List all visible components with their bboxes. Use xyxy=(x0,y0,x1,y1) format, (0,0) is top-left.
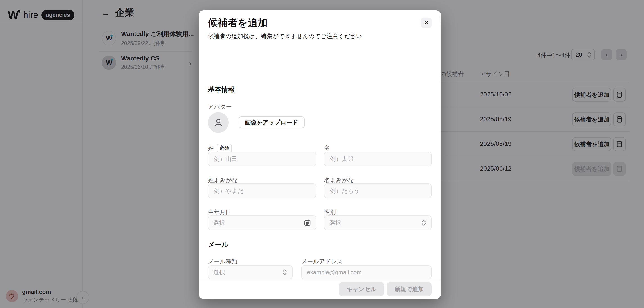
selector-chevrons-icon xyxy=(421,219,426,226)
gender-label: 性別 xyxy=(324,208,336,216)
submit-button[interactable]: 新規で追加 xyxy=(387,282,432,296)
add-candidate-modal: 候補者を追加 ✕ 候補者の追加後は、編集ができませんのでご注意ください 基本情報… xyxy=(199,10,441,299)
selector-chevrons-icon xyxy=(282,269,287,276)
app-root: W hire agencies ウ gmail.com ウォンテッドリー 太郎 … xyxy=(0,0,644,308)
modal-subtitle: 候補者の追加後は、編集ができませんのでご注意ください xyxy=(208,32,362,40)
email-type-select[interactable]: 選択 xyxy=(208,265,292,279)
last-kana-label: 姓よみがな xyxy=(208,176,238,184)
gender-select[interactable]: 選択 xyxy=(324,215,432,230)
cancel-button[interactable]: キャンセル xyxy=(339,282,384,296)
modal-body: 基本情報 アバター 画像をアップロード 姓必須 名 姓よみがな 名よみがな 生年… xyxy=(199,44,441,279)
email-type-label: メール種類 xyxy=(208,258,238,266)
modal-title: 候補者を追加 xyxy=(208,16,268,29)
person-icon xyxy=(213,118,223,127)
last-name-input[interactable] xyxy=(208,152,316,166)
email-address-input[interactable] xyxy=(301,265,432,279)
section-heading-email: メール xyxy=(208,240,228,249)
birthday-label: 生年月日 xyxy=(208,208,231,216)
modal-footer: キャンセル 新規で追加 xyxy=(199,279,441,299)
calendar-icon xyxy=(304,219,311,226)
first-kana-input[interactable] xyxy=(324,183,432,198)
required-badge: 必須 xyxy=(217,144,232,152)
first-name-label: 名 xyxy=(324,144,330,152)
first-kana-label: 名よみがな xyxy=(324,176,354,184)
first-name-input[interactable] xyxy=(324,152,432,166)
last-kana-input[interactable] xyxy=(208,183,316,198)
email-address-label: メールアドレス xyxy=(301,258,343,266)
section-heading-basic: 基本情報 xyxy=(208,85,235,94)
close-icon: ✕ xyxy=(424,19,429,26)
candidate-avatar-placeholder xyxy=(208,112,228,133)
upload-image-button[interactable]: 画像をアップロード xyxy=(238,116,305,128)
avatar-label: アバター xyxy=(208,103,232,111)
birthday-picker[interactable]: 選択 xyxy=(208,215,316,230)
last-name-label: 姓必須 xyxy=(208,144,232,152)
modal-close-button[interactable]: ✕ xyxy=(421,17,432,28)
